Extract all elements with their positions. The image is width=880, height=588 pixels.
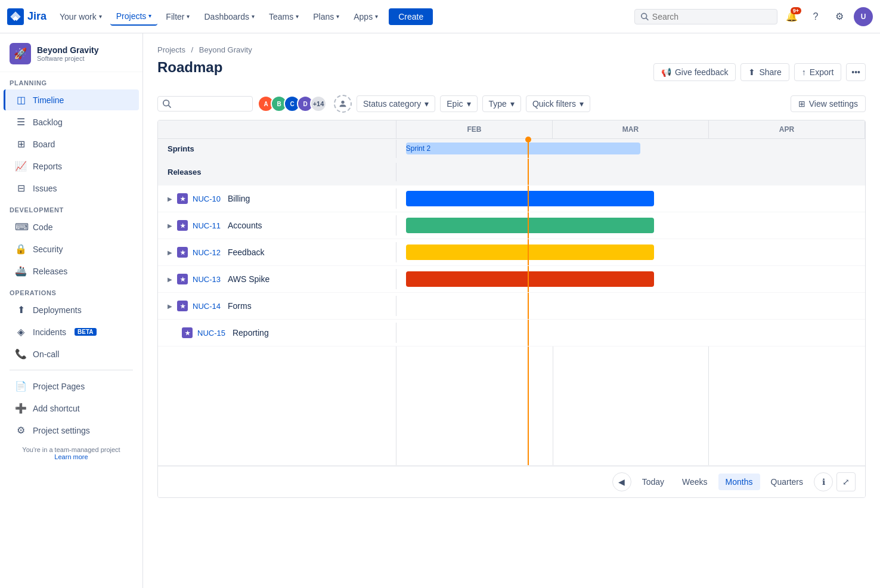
- sidebar-item-oncall[interactable]: 📞 On-call: [4, 343, 139, 364]
- today-line-nuc14: [528, 293, 529, 319]
- sidebar-item-releases[interactable]: 🚢 Releases: [4, 261, 139, 281]
- status-category-filter[interactable]: Status category ▾: [357, 95, 435, 112]
- task-bar-nuc13[interactable]: [406, 271, 655, 287]
- type-filter[interactable]: Type ▾: [482, 95, 521, 112]
- nav-apps[interactable]: Apps ▾: [348, 8, 384, 25]
- task-id-nuc10[interactable]: NUC-10: [193, 194, 221, 203]
- weeks-button[interactable]: Weeks: [675, 474, 715, 490]
- sidebar-item-project-pages[interactable]: 📄 Project Pages: [4, 376, 139, 397]
- user-avatar[interactable]: U: [854, 7, 873, 26]
- sidebar-item-issues[interactable]: ⊟ Issues: [4, 178, 139, 199]
- today-line-empty: [528, 346, 529, 465]
- expand-icon-nuc11[interactable]: ▶: [168, 222, 172, 229]
- task-bar-area-nuc14: [396, 293, 865, 319]
- feedback-button[interactable]: 📢 Give feedback: [653, 63, 736, 81]
- search-input[interactable]: [652, 12, 771, 21]
- prev-period-button[interactable]: ◀: [612, 472, 631, 491]
- assignee-filter: A B C D +14: [258, 95, 327, 112]
- sidebar-item-backlog[interactable]: ☰ Backlog: [4, 112, 139, 132]
- task-search-input[interactable]: [175, 99, 246, 109]
- sidebar-item-deployments[interactable]: ⬆ Deployments: [4, 299, 139, 320]
- roadmap-toolbar: A B C D +14 Status category ▾ Epic ▾ Typ…: [157, 95, 866, 113]
- sidebar-item-board[interactable]: ⊞ Board: [4, 134, 139, 154]
- sidebar-item-label: Board: [33, 140, 55, 149]
- search-bar[interactable]: [634, 9, 777, 24]
- today-button[interactable]: Today: [635, 474, 671, 490]
- nav-your-work[interactable]: Your work ▾: [54, 8, 108, 25]
- app-logo[interactable]: Jira: [7, 8, 47, 25]
- sidebar-item-reports[interactable]: 📈 Reports: [4, 156, 139, 177]
- quick-filters[interactable]: Quick filters ▾: [526, 95, 590, 112]
- backlog-icon: ☰: [15, 116, 27, 128]
- gantt-bottom-bar: ◀ Today Weeks Months Quarters ℹ ⤢: [158, 466, 865, 497]
- nav-projects[interactable]: Projects ▾: [110, 8, 158, 26]
- task-name-nuc13: AWS Spike: [228, 274, 269, 284]
- security-icon: 🔒: [15, 243, 27, 255]
- today-line-nuc15: [528, 320, 529, 346]
- sidebar-item-project-settings[interactable]: ⚙ Project settings: [4, 420, 139, 441]
- share-button[interactable]: ⬆ Share: [740, 63, 789, 81]
- task-search-bar[interactable]: [157, 96, 253, 112]
- task-bar-nuc10[interactable]: [406, 191, 655, 206]
- table-row: ▶ ★ NUC-11 Accounts: [158, 212, 865, 239]
- sidebar-item-add-shortcut[interactable]: ➕ Add shortcut: [4, 398, 139, 419]
- breadcrumb-project[interactable]: Beyond Gravity: [199, 45, 252, 54]
- chevron-down-icon: ▾: [467, 99, 471, 109]
- view-settings-button[interactable]: ⊞ View settings: [791, 95, 866, 112]
- settings-button[interactable]: ⚙: [830, 7, 849, 26]
- create-button[interactable]: Create: [389, 8, 433, 25]
- task-bar-nuc11[interactable]: [406, 218, 655, 233]
- chevron-down-icon: ▾: [580, 99, 584, 109]
- task-bar-area-nuc13: [396, 266, 865, 292]
- learn-more-link[interactable]: Learn more: [54, 453, 88, 460]
- expand-icon-nuc12[interactable]: ▶: [168, 249, 172, 256]
- sidebar-item-timeline[interactable]: ◫ Timeline: [4, 89, 139, 110]
- chevron-down-icon: ▾: [336, 13, 339, 20]
- nav-dashboards[interactable]: Dashboards ▾: [198, 8, 261, 25]
- task-name-nuc15: Reporting: [233, 328, 269, 338]
- sidebar-item-label: Issues: [33, 184, 57, 193]
- avatar-count[interactable]: +14: [310, 95, 327, 112]
- sidebar-project-header[interactable]: 🚀 Beyond Gravity Software project: [0, 33, 142, 72]
- task-id-nuc15[interactable]: NUC-15: [197, 329, 225, 338]
- quarters-button[interactable]: Quarters: [764, 474, 810, 490]
- releases-icon: 🚢: [15, 265, 27, 277]
- sidebar-item-label: On-call: [33, 349, 59, 359]
- chevron-down-icon: ▾: [296, 13, 299, 20]
- sidebar-item-code[interactable]: ⌨ Code: [4, 216, 139, 237]
- info-button[interactable]: ℹ: [814, 472, 833, 491]
- epic-filter[interactable]: Epic ▾: [440, 95, 477, 112]
- task-id-nuc13[interactable]: NUC-13: [193, 275, 221, 284]
- sidebar-item-label: Code: [33, 222, 52, 232]
- more-actions-button[interactable]: •••: [846, 63, 866, 81]
- nav-teams[interactable]: Teams ▾: [263, 8, 305, 25]
- task-id-nuc11[interactable]: NUC-11: [193, 221, 221, 230]
- sidebar-item-label: Project settings: [33, 426, 90, 435]
- breadcrumb-projects[interactable]: Projects: [157, 45, 185, 54]
- expand-icon-nuc10[interactable]: ▶: [168, 196, 172, 202]
- task-left-nuc10: ▶ ★ NUC-10 Billing: [158, 188, 396, 209]
- gantt-task-column-header: [158, 120, 396, 138]
- top-nav: Jira Your work ▾ Projects ▾ Filter ▾ Das…: [0, 0, 880, 33]
- expand-icon-nuc14[interactable]: ▶: [168, 303, 172, 310]
- board-icon: ⊞: [15, 138, 27, 150]
- task-bar-nuc12[interactable]: [406, 245, 655, 260]
- help-button[interactable]: ?: [806, 7, 825, 26]
- jira-logo-text: Jira: [27, 10, 47, 23]
- table-row: ▶ ★ NUC-10 Billing: [158, 185, 865, 212]
- expand-icon-nuc13[interactable]: ▶: [168, 276, 172, 283]
- task-id-nuc14[interactable]: NUC-14: [193, 302, 221, 311]
- export-button[interactable]: ↑ Export: [794, 63, 841, 81]
- months-button[interactable]: Months: [718, 474, 760, 490]
- fullscreen-button[interactable]: ⤢: [836, 472, 856, 491]
- assign-person-button[interactable]: [334, 95, 352, 113]
- ellipsis-icon: •••: [851, 67, 860, 77]
- task-id-nuc12[interactable]: NUC-12: [193, 248, 221, 257]
- sidebar-item-incidents[interactable]: ◈ Incidents BETA: [4, 321, 139, 342]
- nav-plans[interactable]: Plans ▾: [307, 8, 345, 25]
- sidebar-item-security[interactable]: 🔒 Security: [4, 239, 139, 259]
- notifications-button[interactable]: 🔔 9+: [782, 7, 801, 26]
- sidebar-item-label: Reports: [33, 162, 62, 171]
- nav-filter[interactable]: Filter ▾: [160, 8, 196, 25]
- main-content: Projects / Beyond Gravity Roadmap 📢 Give…: [143, 33, 880, 588]
